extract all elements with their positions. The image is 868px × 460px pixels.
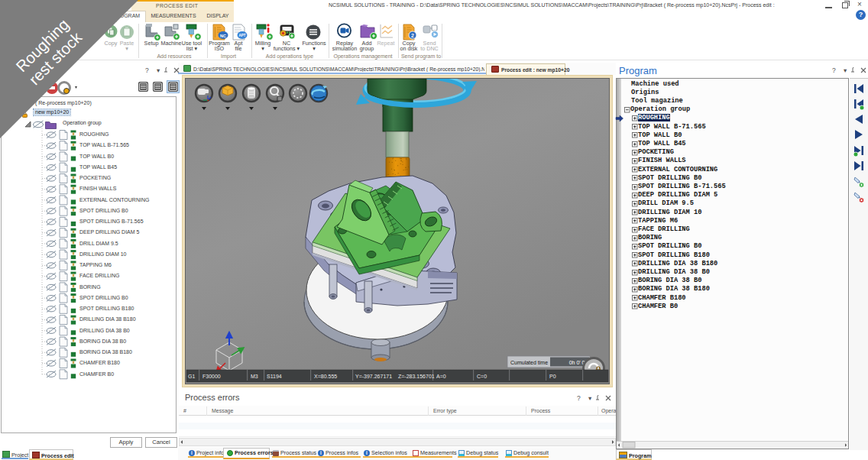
svg-text:APT: APT [238, 34, 245, 37]
svg-text:Y=-397.267171: Y=-397.267171 [355, 374, 392, 379]
svg-text:NC: NC [220, 34, 226, 38]
svg-text:S1194: S1194 [267, 374, 282, 379]
svg-text:P0: P0 [549, 374, 556, 379]
svg-text:2: 2 [411, 33, 414, 38]
svg-text:Z=-283.156701: Z=-283.156701 [398, 374, 435, 379]
svg-text:M3: M3 [251, 374, 258, 379]
svg-text:X=80.555: X=80.555 [314, 374, 337, 379]
svg-text:G1: G1 [188, 374, 195, 379]
svg-text:A=0: A=0 [436, 374, 446, 379]
svg-text:F30000: F30000 [202, 374, 221, 379]
svg-text:Cumulated time: Cumulated time [510, 360, 548, 365]
svg-text:C=0: C=0 [477, 374, 487, 379]
